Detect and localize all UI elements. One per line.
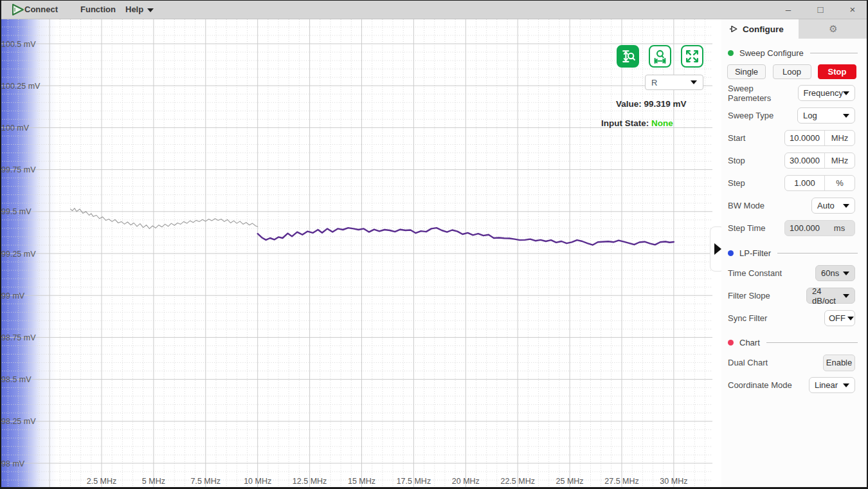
chevron-down-icon [843, 272, 849, 275]
stop-button[interactable]: Stop [818, 64, 856, 79]
chevron-down-icon [147, 8, 154, 12]
svg-text:100.5 mV: 100.5 mV [1, 40, 36, 49]
chevron-down-icon [843, 91, 849, 95]
stop-input[interactable] [785, 153, 824, 168]
start-label: Start [728, 133, 745, 143]
tab-configure[interactable]: Configure [721, 19, 799, 39]
status-dot-green [728, 50, 734, 56]
step-unit: % [824, 176, 854, 190]
sweep-type-label: Sweep Type [728, 111, 773, 120]
sweep-parameters-dropdown[interactable]: Frequency [798, 85, 855, 101]
chevron-down-icon [843, 204, 849, 208]
step-label: Step [728, 178, 745, 188]
sweep-parameters-value: Frequency [804, 88, 843, 98]
section-lp-filter: LP-Filter [721, 246, 868, 259]
maximize-button[interactable]: □ [808, 0, 833, 19]
tab-configure-label: Configure [743, 24, 784, 34]
y-autoscale-zoom-icon [620, 48, 636, 64]
chevron-down-icon [843, 294, 849, 298]
step-input[interactable] [785, 176, 824, 190]
loop-button[interactable]: Loop [773, 64, 811, 79]
y-autoscale-zoom-button[interactable] [617, 45, 639, 68]
start-unit: MHz [824, 131, 854, 145]
app-window: Connect Function Help – □ × 100.5 mV100.… [0, 0, 868, 489]
svg-text:27.5 MHz: 27.5 MHz [604, 477, 639, 486]
svg-text:99.5 mV: 99.5 mV [1, 207, 32, 216]
x-range-zoom-icon [652, 48, 668, 64]
chevron-down-icon [843, 383, 849, 387]
status-dot-red [728, 340, 734, 346]
row-stop: Stop MHz [721, 149, 868, 172]
section-chart-title: Chart [739, 338, 760, 347]
row-dual-chart: Dual Chart Enable [721, 351, 868, 374]
chevron-down-icon [843, 114, 849, 118]
sweep-parameters-label: Sweep Paremeters [728, 84, 798, 103]
svg-text:10 MHz: 10 MHz [244, 477, 271, 486]
svg-text:20 MHz: 20 MHz [452, 477, 480, 486]
sweep-control-buttons: Single Loop Stop [721, 64, 868, 79]
section-sweep-title: Sweep Configure [739, 48, 804, 58]
time-constant-dropdown[interactable]: 60ns [815, 265, 855, 281]
dual-chart-label: Dual Chart [728, 358, 768, 367]
configure-icon [729, 24, 738, 33]
bw-mode-value: Auto [817, 201, 843, 210]
start-input[interactable] [785, 131, 824, 145]
sync-filter-dropdown[interactable]: OFF [824, 310, 855, 326]
section-lp-title: LP-Filter [739, 248, 771, 258]
chevron-down-icon [847, 317, 854, 320]
fit-expand-button[interactable] [681, 45, 703, 68]
x-range-zoom-button[interactable] [649, 45, 671, 68]
svg-text:17.5 MHz: 17.5 MHz [397, 477, 431, 486]
coordinate-mode-label: Coordinate Mode [728, 380, 792, 390]
filter-slope-label: Filter Slope [728, 291, 770, 300]
row-bw-mode: BW Mode Auto [721, 194, 868, 217]
step-time-label: Step Time [728, 223, 766, 233]
stop-unit: MHz [824, 153, 854, 168]
svg-text:98.75 mV: 98.75 mV [1, 333, 36, 342]
fit-expand-icon [684, 48, 700, 64]
gear-icon: ⚙ [829, 23, 837, 35]
row-sweep-parameters: Sweep Paremeters Frequency [721, 82, 868, 104]
row-step: Step % [721, 172, 868, 194]
coordinate-mode-value: Linear [815, 380, 843, 390]
close-button[interactable]: × [840, 0, 865, 19]
menu-connect[interactable]: Connect [24, 0, 58, 19]
menu-function[interactable]: Function [80, 0, 116, 19]
svg-text:99.25 mV: 99.25 mV [1, 250, 36, 259]
row-filter-slope: Filter Slope 24 dB/oct [721, 284, 868, 307]
svg-text:98.25 mV: 98.25 mV [1, 417, 36, 426]
step-time-input-group: 100.000 ms [784, 220, 855, 236]
filter-slope-dropdown[interactable]: 24 dB/oct [806, 288, 855, 304]
time-constant-value: 60ns [821, 268, 843, 278]
single-button[interactable]: Single [727, 64, 766, 79]
dual-chart-enable-button[interactable]: Enable [823, 355, 855, 371]
step-time-value: 100.000 [785, 223, 824, 233]
value-readout: Value: 99.319 mV [616, 99, 687, 109]
series-select-value: R [651, 78, 691, 88]
series-select-dropdown[interactable]: R [645, 75, 703, 90]
sync-filter-value: OFF [829, 313, 845, 323]
chart-area: 100.5 mV100.25 mV100 mV99.75 mV99.5 mV99… [0, 19, 712, 487]
status-dot-blue [728, 250, 734, 256]
row-time-constant: Time Constant 60ns [721, 262, 868, 284]
row-step-time: Step Time 100.000 ms [721, 217, 868, 239]
bw-mode-dropdown[interactable]: Auto [811, 198, 855, 214]
chart-plot-area[interactable]: 100.5 mV100.25 mV100 mV99.75 mV99.5 mV99… [0, 19, 712, 487]
chevron-right-icon [714, 243, 721, 255]
configure-panel: Configure ⚙ Sweep Configure Single Loop … [721, 19, 868, 489]
sweep-type-dropdown[interactable]: Log [797, 107, 855, 124]
tab-settings[interactable]: ⚙ [799, 19, 868, 39]
time-constant-label: Time Constant [728, 268, 782, 278]
section-chart: Chart [721, 336, 868, 349]
stop-input-group: MHz [784, 152, 855, 169]
minimize-button[interactable]: – [776, 0, 800, 19]
svg-text:99.75 mV: 99.75 mV [1, 165, 36, 174]
coordinate-mode-dropdown[interactable]: Linear [809, 377, 855, 393]
menu-help[interactable]: Help [125, 0, 154, 19]
svg-text:5 MHz: 5 MHz [142, 477, 165, 486]
panel-tab-bar: Configure ⚙ [721, 19, 868, 39]
section-divider [766, 342, 858, 343]
svg-text:100 mV: 100 mV [1, 124, 30, 133]
sync-filter-label: Sync Filter [728, 313, 767, 323]
svg-text:25 MHz: 25 MHz [556, 477, 584, 486]
